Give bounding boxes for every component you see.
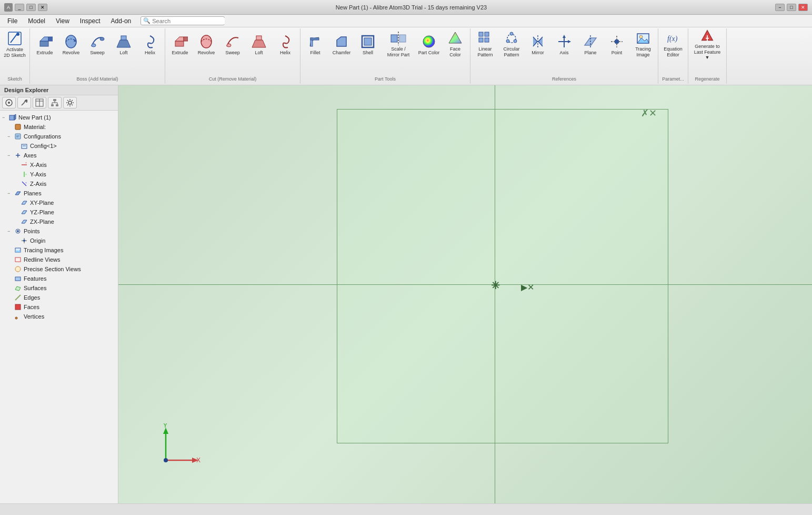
search-box[interactable]: 🔍 (141, 16, 225, 25)
precise-section-views-label: Precise Section Views (24, 266, 81, 272)
svg-marker-83 (22, 201, 27, 204)
3d-viewport[interactable]: ✕ ✗ ✳ ▶✕ Y X (118, 85, 812, 503)
point-label: Point (611, 50, 623, 56)
tree-item-points[interactable]: − Points (0, 226, 118, 236)
minimize-btn[interactable]: _ (15, 4, 24, 11)
sweep-cut-button[interactable]: Sweep (220, 29, 245, 59)
menu-inspect[interactable]: Inspect (75, 16, 106, 26)
restore-btn[interactable]: □ (26, 4, 36, 11)
tree-item-planes[interactable]: − Planes (0, 189, 118, 198)
tree-item-material[interactable]: Material: (0, 122, 118, 132)
sweep-boss-button[interactable]: Sweep (85, 29, 110, 59)
equation-editor-button[interactable]: f(x) EquationEditor (660, 29, 686, 59)
tree-item-yz-plane[interactable]: YZ-Plane (0, 207, 118, 217)
tree-item-y-axis[interactable]: × Y-Axis (0, 170, 118, 179)
sidebar-table-btn[interactable] (33, 97, 46, 108)
tree-item-origin[interactable]: Origin (0, 236, 118, 245)
references-row: LinearPattern CircularPattern (473, 29, 656, 59)
fillet-label: Fillet (310, 50, 320, 56)
y-axis-icon: × (20, 170, 28, 179)
tree-item-zx-plane[interactable]: ZX-Plane (0, 217, 118, 226)
tree-item-surfaces[interactable]: Surfaces (0, 283, 118, 293)
svg-marker-27 (449, 32, 462, 43)
svg-marker-82 (15, 192, 21, 195)
sidebar-hierarchy-btn[interactable] (48, 97, 62, 108)
win-close-btn[interactable]: ✕ (798, 4, 808, 11)
scale-mirror-button[interactable]: Scale /Mirror Part (382, 29, 415, 59)
plane-button[interactable]: Plane (578, 29, 603, 59)
sidebar-circle-btn[interactable] (2, 97, 16, 108)
toolbar-sketch-group: Activate2D Sketch Sketch (0, 28, 30, 84)
axis-indicator: Y X (150, 423, 203, 472)
titlebar-left: A _ □ ✕ (4, 3, 47, 12)
tree-item-precise-section-views[interactable]: Precise Section Views (0, 264, 118, 274)
y-axis-label: Y-Axis (30, 171, 46, 177)
win-minimize-btn[interactable]: − (775, 4, 785, 11)
loft-boss-button[interactable]: Loft (111, 29, 136, 59)
activate-2d-sketch-button[interactable]: Activate2D Sketch (2, 29, 27, 59)
surfaces-icon (14, 284, 22, 292)
mirror-button[interactable]: Mirror (525, 29, 550, 59)
extrude-cut-label: Extrude (172, 50, 188, 56)
loft-cut-label: Loft (255, 50, 263, 56)
svg-point-99 (15, 317, 17, 319)
tree-item-z-axis[interactable]: × Z-Axis (0, 179, 118, 189)
axis-button[interactable]: Axis (552, 29, 577, 59)
menu-file[interactable]: File (2, 16, 23, 26)
extrude-boss-button[interactable]: Extrude (32, 29, 57, 59)
tree-item-xy-plane[interactable]: XY-Plane (0, 198, 118, 207)
menu-view[interactable]: View (51, 16, 75, 26)
helix-cut-button[interactable]: Helix (273, 29, 298, 59)
generate-last-feature-label: Generate toLast Feature ▼ (692, 44, 723, 61)
main-area: Design Explorer − (0, 85, 812, 503)
tree-item-new-part[interactable]: − New Part (1) (0, 113, 118, 122)
svg-rect-24 (399, 35, 406, 42)
point-button[interactable]: Point (604, 29, 629, 59)
part-color-icon (420, 33, 437, 50)
tree-item-vertices[interactable]: Vertices (0, 312, 118, 321)
revolve-cut-button[interactable]: Revolve (194, 29, 219, 59)
extrude-cut-button[interactable]: Extrude (167, 29, 193, 59)
part-color-button[interactable]: Part Color (416, 29, 442, 59)
revolve-boss-button[interactable]: Revolve (58, 29, 84, 59)
shell-icon (359, 33, 376, 50)
menu-model[interactable]: Model (23, 16, 51, 26)
tree-item-redline-views[interactable]: Redline Views (0, 255, 118, 264)
design-explorer-header: Design Explorer (0, 85, 118, 95)
sidebar-gear-btn[interactable] (63, 97, 77, 108)
toolbar-references-group: LinearPattern CircularPattern (470, 28, 658, 84)
sidebar-wrench-btn[interactable] (17, 97, 31, 108)
generate-last-feature-button[interactable]: Generate toLast Feature ▼ (690, 29, 724, 59)
tracing-image-button[interactable]: TracingImage (630, 29, 656, 59)
shell-button[interactable]: Shell (355, 29, 380, 59)
tree-item-edges[interactable]: Edges (0, 293, 118, 302)
tree-item-x-axis[interactable]: × X-Axis (0, 160, 118, 170)
tree-item-tracing-images[interactable]: Tracing Images (0, 245, 118, 255)
viewport-v-line (495, 85, 495, 503)
loft-cut-button[interactable]: Loft (246, 29, 272, 59)
mirror-icon (529, 33, 546, 50)
axis-icon (556, 33, 573, 50)
tree-item-configurations[interactable]: − Configurations (0, 132, 118, 141)
tree-item-axes[interactable]: − Axes (0, 151, 118, 160)
helix-boss-button[interactable]: Helix (137, 29, 163, 59)
tree-item-features[interactable]: Features (0, 274, 118, 283)
search-input[interactable] (152, 18, 225, 24)
viewport-close-x1[interactable]: ✕ (649, 107, 657, 119)
face-color-button[interactable]: Face Color (443, 29, 468, 59)
win-maximize-btn[interactable]: □ (787, 4, 796, 11)
svg-rect-66 (9, 115, 14, 120)
svg-marker-96 (15, 286, 21, 291)
close-btn[interactable]: ✕ (38, 4, 47, 11)
tracing-image-label: TracingImage (635, 46, 651, 58)
zx-plane-label: ZX-Plane (30, 219, 54, 225)
circular-pattern-button[interactable]: CircularPattern (499, 29, 524, 59)
menu-addon[interactable]: Add-on (106, 16, 137, 26)
fillet-button[interactable]: Fillet (303, 29, 328, 59)
chamfer-button[interactable]: Chamfer (329, 29, 354, 59)
svg-text:Y: Y (163, 423, 167, 429)
tree-item-config1[interactable]: Config<1> (0, 141, 118, 151)
tree-item-faces[interactable]: Faces (0, 302, 118, 312)
linear-pattern-button[interactable]: LinearPattern (473, 29, 498, 59)
svg-rect-31 (485, 38, 489, 42)
